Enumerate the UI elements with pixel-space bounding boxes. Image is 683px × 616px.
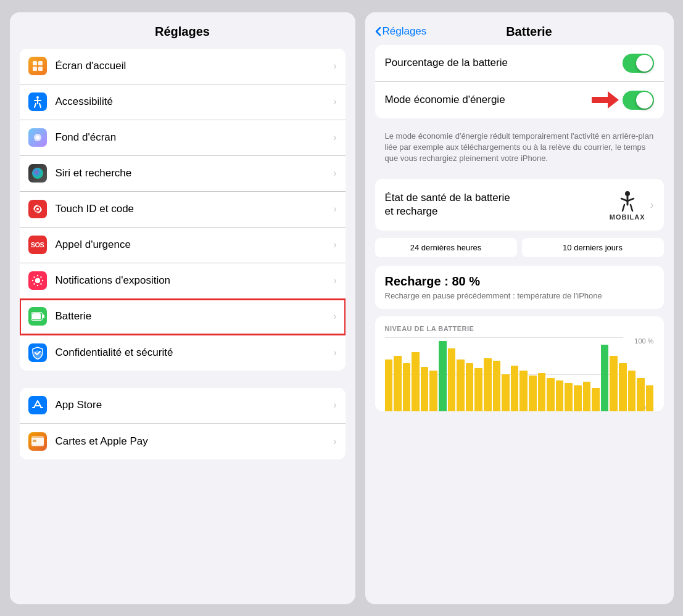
privacy-icon [28, 343, 47, 362]
sidebar-item-appstore[interactable]: App Store › [20, 388, 346, 424]
svg-rect-25 [32, 313, 41, 319]
accessibility-icon [28, 92, 47, 111]
low-power-toggle[interactable] [623, 91, 654, 110]
bar [574, 385, 582, 411]
bar [646, 385, 654, 411]
recharge-subtitle: Recharge en pause précédemment : tempéra… [385, 291, 654, 300]
sidebar-item-wallpaper[interactable]: Fond d'écran › [20, 120, 346, 156]
battery-detail-panel: Réglages Batterie Pourcentage de la batt… [365, 12, 674, 604]
mobilax-label: MOBILAX [610, 213, 645, 221]
bar [556, 380, 564, 411]
low-power-description: Le mode économie d'énergie réduit tempor… [375, 126, 664, 172]
bar [519, 371, 528, 411]
sidebar-item-privacy[interactable]: Confidentialité et sécurité › [20, 335, 346, 371]
low-power-row[interactable]: Mode économie d'énergie [375, 82, 664, 118]
sidebar-item-battery[interactable]: Batterie › [20, 299, 346, 335]
accessibility-label: Accessibilité [56, 96, 334, 108]
touchid-icon [28, 200, 47, 218]
detail-title: Batterie [431, 25, 626, 39]
svg-point-16 [36, 275, 38, 276]
svg-point-15 [35, 278, 40, 283]
svg-point-10 [36, 136, 39, 139]
bar [583, 382, 591, 411]
health-line2: et recharge [385, 205, 438, 217]
svg-marker-34 [592, 91, 619, 109]
battery-toggles: Pourcentage de la batterie Mode économie… [375, 45, 664, 118]
bar [412, 352, 420, 411]
bar [511, 366, 519, 411]
touchid-label: Touch ID et code [56, 203, 334, 215]
sidebar-item-wallet[interactable]: Cartes et Apple Pay › [20, 424, 346, 459]
recharge-title: Recharge : 80 % [385, 274, 654, 289]
chevron-icon: › [333, 436, 336, 447]
wallet-icon [28, 432, 47, 451]
svg-rect-1 [38, 61, 43, 65]
sidebar-item-sos[interactable]: SOS Appel d'urgence › [20, 228, 346, 263]
settings-panel: Réglages Écran d'accueil › [10, 12, 355, 604]
back-button[interactable]: Réglages [375, 25, 427, 38]
svg-point-17 [36, 285, 38, 286]
mobilax-branding: MOBILAX [610, 189, 645, 221]
chevron-icon: › [333, 60, 336, 72]
sos-label: Appel d'urgence [56, 239, 334, 251]
time-period-tabs: 24 dernières heures 10 derniers jours [375, 238, 664, 257]
health-title: État de santé de la batterie et recharge [385, 191, 602, 218]
sidebar-item-exposure[interactable]: Notifications d'exposition › [20, 263, 346, 299]
siri-icon [28, 164, 47, 183]
settings-group-apps: App Store › Cartes et Apple Pay › [20, 388, 346, 459]
bar [538, 373, 546, 411]
sidebar-item-home[interactable]: Écran d'accueil › [20, 49, 346, 84]
chevron-icon: › [333, 132, 336, 143]
health-text: État de santé de la batterie et recharge [385, 191, 602, 218]
sidebar-item-accessibility[interactable]: Accessibilité › [20, 84, 346, 120]
svg-point-13 [36, 208, 39, 210]
battery-content: Pourcentage de la batterie Mode économie… [365, 45, 674, 604]
svg-line-8 [39, 104, 41, 107]
bar [565, 383, 573, 411]
chevron-icon: › [333, 311, 336, 322]
sidebar-item-touchid[interactable]: Touch ID et code › [20, 192, 346, 228]
battery-percentage-row[interactable]: Pourcentage de la batterie [375, 45, 664, 82]
wallpaper-label: Fond d'écran [56, 131, 334, 144]
sos-icon: SOS [28, 236, 47, 254]
bar [385, 359, 393, 411]
svg-rect-2 [33, 67, 37, 71]
svg-point-21 [40, 283, 41, 284]
chart-title: NIVEAU DE LA BATTERIE [385, 325, 654, 332]
health-chevron: › [650, 199, 654, 211]
wallet-label: Cartes et Apple Pay [56, 435, 334, 448]
bar [484, 358, 492, 411]
bar [619, 363, 627, 411]
exposure-icon [28, 271, 47, 290]
battery-level-chart: NIVEAU DE LA BATTERIE [375, 316, 664, 411]
privacy-label: Confidentialité et sécurité [56, 347, 334, 359]
chevron-icon: › [333, 275, 336, 286]
chevron-icon: › [333, 400, 336, 411]
sidebar-item-siri[interactable]: Siri et recherche › [20, 156, 346, 192]
battery-health-card[interactable]: État de santé de la batterie et recharge… [375, 179, 664, 231]
bar [394, 356, 402, 411]
bar [637, 378, 645, 411]
svg-point-4 [36, 96, 39, 99]
battery-label: Batterie [56, 310, 334, 322]
percentage-toggle[interactable] [623, 54, 654, 73]
tab-24h[interactable]: 24 dernières heures [375, 238, 517, 257]
chevron-icon: › [333, 168, 336, 179]
health-line1: État de santé de la batterie [385, 192, 510, 203]
battery-icon [28, 307, 47, 326]
tab-10d[interactable]: 10 derniers jours [522, 238, 664, 257]
siri-label: Siri et recherche [56, 167, 334, 179]
svg-line-39 [623, 205, 624, 211]
svg-point-19 [41, 280, 43, 281]
settings-group-main: Écran d'accueil › Accessibilité › [20, 49, 346, 371]
svg-rect-33 [33, 440, 36, 442]
bar [466, 363, 474, 411]
percentage-label: Pourcentage de la batterie [385, 57, 623, 69]
bar [628, 371, 636, 411]
bar [403, 363, 411, 411]
svg-point-22 [40, 276, 41, 277]
chart-bars [385, 337, 654, 411]
bar [529, 376, 537, 411]
bar-green [601, 345, 609, 411]
bar [429, 371, 437, 411]
